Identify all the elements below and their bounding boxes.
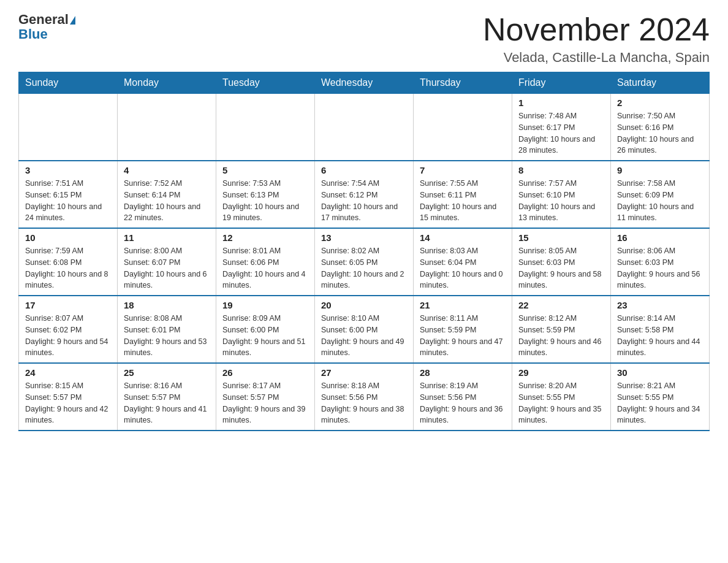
day-number: 20	[321, 300, 407, 310]
day-info: Sunrise: 7:51 AMSunset: 6:15 PMDaylight:…	[25, 178, 111, 224]
calendar-title: November 2024	[483, 12, 710, 47]
calendar-subtitle: Velada, Castille-La Mancha, Spain	[483, 50, 710, 66]
day-number: 30	[617, 367, 703, 378]
day-info: Sunrise: 8:00 AMSunset: 6:07 PMDaylight:…	[124, 245, 210, 291]
calendar-week-row: 1Sunrise: 7:48 AMSunset: 6:17 PMDaylight…	[19, 94, 710, 161]
calendar-cell: 13Sunrise: 8:02 AMSunset: 6:05 PMDayligh…	[315, 228, 414, 296]
calendar-week-row: 10Sunrise: 7:59 AMSunset: 6:08 PMDayligh…	[19, 228, 710, 296]
day-number: 12	[222, 232, 308, 243]
calendar-cell: 26Sunrise: 8:17 AMSunset: 5:57 PMDayligh…	[216, 363, 315, 431]
day-number: 29	[518, 367, 604, 378]
day-number: 14	[420, 232, 506, 243]
day-info: Sunrise: 8:11 AMSunset: 5:59 PMDaylight:…	[420, 313, 506, 359]
day-number: 5	[222, 165, 308, 175]
calendar-week-row: 17Sunrise: 8:07 AMSunset: 6:02 PMDayligh…	[19, 296, 710, 363]
day-info: Sunrise: 7:59 AMSunset: 6:08 PMDaylight:…	[25, 245, 111, 291]
day-info: Sunrise: 8:07 AMSunset: 6:02 PMDaylight:…	[25, 313, 111, 359]
day-number: 23	[617, 300, 703, 310]
day-number: 22	[518, 300, 604, 310]
day-number: 10	[25, 232, 111, 243]
calendar-cell: 16Sunrise: 8:06 AMSunset: 6:03 PMDayligh…	[611, 228, 710, 296]
calendar-cell: 28Sunrise: 8:19 AMSunset: 5:56 PMDayligh…	[414, 363, 512, 431]
day-info: Sunrise: 8:06 AMSunset: 6:03 PMDaylight:…	[617, 245, 703, 291]
calendar-cell: 7Sunrise: 7:55 AMSunset: 6:11 PMDaylight…	[414, 161, 512, 228]
calendar-cell: 6Sunrise: 7:54 AMSunset: 6:12 PMDaylight…	[315, 161, 414, 228]
calendar-cell	[216, 94, 315, 161]
calendar-cell: 19Sunrise: 8:09 AMSunset: 6:00 PMDayligh…	[216, 296, 315, 363]
day-info: Sunrise: 7:57 AMSunset: 6:10 PMDaylight:…	[518, 178, 604, 224]
calendar-cell: 12Sunrise: 8:01 AMSunset: 6:06 PMDayligh…	[216, 228, 315, 296]
day-info: Sunrise: 8:20 AMSunset: 5:55 PMDaylight:…	[518, 380, 604, 426]
calendar-header-friday: Friday	[512, 72, 611, 94]
calendar-header-saturday: Saturday	[611, 72, 710, 94]
day-number: 26	[222, 367, 308, 378]
calendar-cell: 9Sunrise: 7:58 AMSunset: 6:09 PMDaylight…	[611, 161, 710, 228]
day-info: Sunrise: 8:21 AMSunset: 5:55 PMDaylight:…	[617, 380, 703, 426]
day-info: Sunrise: 8:17 AMSunset: 5:57 PMDaylight:…	[222, 380, 308, 426]
day-info: Sunrise: 7:58 AMSunset: 6:09 PMDaylight:…	[617, 178, 703, 224]
day-info: Sunrise: 7:52 AMSunset: 6:14 PMDaylight:…	[124, 178, 210, 224]
day-number: 15	[518, 232, 604, 243]
day-number: 3	[25, 165, 111, 175]
day-info: Sunrise: 8:12 AMSunset: 5:59 PMDaylight:…	[518, 313, 604, 359]
calendar-cell: 25Sunrise: 8:16 AMSunset: 5:57 PMDayligh…	[118, 363, 216, 431]
day-number: 1	[518, 98, 604, 108]
calendar-header-thursday: Thursday	[414, 72, 512, 94]
calendar-cell: 3Sunrise: 7:51 AMSunset: 6:15 PMDaylight…	[19, 161, 118, 228]
calendar-header-monday: Monday	[118, 72, 216, 94]
calendar-cell	[414, 94, 512, 161]
calendar-cell: 29Sunrise: 8:20 AMSunset: 5:55 PMDayligh…	[512, 363, 611, 431]
day-info: Sunrise: 7:53 AMSunset: 6:13 PMDaylight:…	[222, 178, 308, 224]
day-info: Sunrise: 8:03 AMSunset: 6:04 PMDaylight:…	[420, 245, 506, 291]
day-info: Sunrise: 7:54 AMSunset: 6:12 PMDaylight:…	[321, 178, 407, 224]
day-info: Sunrise: 8:01 AMSunset: 6:06 PMDaylight:…	[222, 245, 308, 291]
calendar-cell	[118, 94, 216, 161]
day-number: 4	[124, 165, 210, 175]
day-info: Sunrise: 8:14 AMSunset: 5:58 PMDaylight:…	[617, 313, 703, 359]
day-info: Sunrise: 8:16 AMSunset: 5:57 PMDaylight:…	[124, 380, 210, 426]
calendar-cell: 30Sunrise: 8:21 AMSunset: 5:55 PMDayligh…	[611, 363, 710, 431]
calendar-header-row: SundayMondayTuesdayWednesdayThursdayFrid…	[19, 72, 710, 94]
calendar-cell: 15Sunrise: 8:05 AMSunset: 6:03 PMDayligh…	[512, 228, 611, 296]
calendar-cell	[315, 94, 414, 161]
calendar-cell: 22Sunrise: 8:12 AMSunset: 5:59 PMDayligh…	[512, 296, 611, 363]
logo-blue-text: Blue	[18, 26, 48, 42]
calendar-cell: 2Sunrise: 7:50 AMSunset: 6:16 PMDaylight…	[611, 94, 710, 161]
calendar-cell: 11Sunrise: 8:00 AMSunset: 6:07 PMDayligh…	[118, 228, 216, 296]
logo-triangle-icon	[70, 16, 75, 25]
calendar-cell: 24Sunrise: 8:15 AMSunset: 5:57 PMDayligh…	[19, 363, 118, 431]
day-number: 11	[124, 232, 210, 243]
calendar-cell: 20Sunrise: 8:10 AMSunset: 6:00 PMDayligh…	[315, 296, 414, 363]
day-info: Sunrise: 8:09 AMSunset: 6:00 PMDaylight:…	[222, 313, 308, 359]
title-area: November 2024 Velada, Castille-La Mancha…	[483, 12, 710, 66]
day-number: 24	[25, 367, 111, 378]
day-number: 13	[321, 232, 407, 243]
calendar-cell: 27Sunrise: 8:18 AMSunset: 5:56 PMDayligh…	[315, 363, 414, 431]
day-number: 17	[25, 300, 111, 310]
day-number: 8	[518, 165, 604, 175]
calendar-cell: 4Sunrise: 7:52 AMSunset: 6:14 PMDaylight…	[118, 161, 216, 228]
day-number: 21	[420, 300, 506, 310]
calendar-header-sunday: Sunday	[19, 72, 118, 94]
calendar-cell: 8Sunrise: 7:57 AMSunset: 6:10 PMDaylight…	[512, 161, 611, 228]
day-number: 7	[420, 165, 506, 175]
day-number: 6	[321, 165, 407, 175]
calendar-week-row: 3Sunrise: 7:51 AMSunset: 6:15 PMDaylight…	[19, 161, 710, 228]
calendar-cell: 17Sunrise: 8:07 AMSunset: 6:02 PMDayligh…	[19, 296, 118, 363]
calendar-cell: 21Sunrise: 8:11 AMSunset: 5:59 PMDayligh…	[414, 296, 512, 363]
calendar-header-wednesday: Wednesday	[315, 72, 414, 94]
day-info: Sunrise: 8:19 AMSunset: 5:56 PMDaylight:…	[420, 380, 506, 426]
day-number: 9	[617, 165, 703, 175]
calendar-cell: 14Sunrise: 8:03 AMSunset: 6:04 PMDayligh…	[414, 228, 512, 296]
day-number: 28	[420, 367, 506, 378]
day-number: 19	[222, 300, 308, 310]
calendar-cell: 23Sunrise: 8:14 AMSunset: 5:58 PMDayligh…	[611, 296, 710, 363]
day-info: Sunrise: 8:05 AMSunset: 6:03 PMDaylight:…	[518, 245, 604, 291]
day-info: Sunrise: 8:15 AMSunset: 5:57 PMDaylight:…	[25, 380, 111, 426]
calendar-header-tuesday: Tuesday	[216, 72, 315, 94]
day-info: Sunrise: 8:02 AMSunset: 6:05 PMDaylight:…	[321, 245, 407, 291]
header: General Blue November 2024 Velada, Casti…	[18, 12, 710, 66]
calendar-table: SundayMondayTuesdayWednesdayThursdayFrid…	[18, 72, 710, 431]
calendar-cell	[19, 94, 118, 161]
calendar-cell: 1Sunrise: 7:48 AMSunset: 6:17 PMDaylight…	[512, 94, 611, 161]
